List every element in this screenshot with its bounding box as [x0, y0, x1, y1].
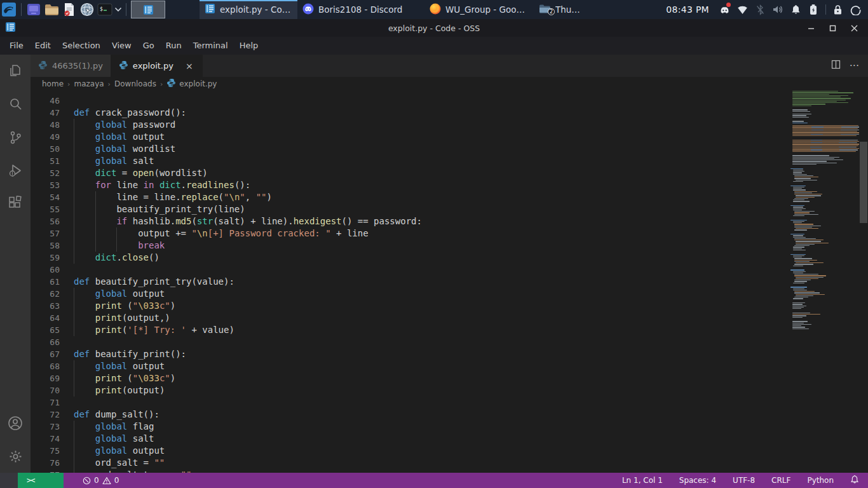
lock-screen-icon[interactable] [829, 1, 846, 18]
web-browser-icon[interactable] [78, 1, 96, 18]
code-line-text: print ("\033c") [74, 372, 175, 384]
indent-guide [74, 167, 74, 179]
menu-view[interactable]: View [106, 39, 137, 53]
code-line: 64 print(output,) [31, 312, 788, 324]
split-editor-icon[interactable] [831, 60, 841, 72]
code-line: 77 ord_salt_temp = "" [31, 469, 788, 473]
more-actions-icon[interactable]: ··· [850, 60, 859, 72]
breadcrumb-item-file[interactable]: exploit.py [166, 78, 217, 90]
breadcrumb-separator-icon: › [65, 80, 72, 88]
minimap-line [793, 250, 806, 250]
indent-guide [74, 215, 74, 227]
minimize-button[interactable] [802, 21, 820, 35]
volume-icon[interactable] [769, 1, 787, 18]
minimap-line [794, 227, 812, 227]
menu-selection[interactable]: Selection [57, 39, 106, 53]
vertical-scrollbar[interactable] [859, 91, 868, 473]
account-icon[interactable] [0, 407, 31, 440]
code-line-text: global password [74, 119, 175, 131]
settings-icon[interactable] [0, 440, 31, 473]
taskbar-tray-area: 08:43 PM [666, 0, 868, 19]
file-manager-icon[interactable] [43, 1, 60, 18]
code-line: 53 for line in dict.readlines(): [31, 179, 788, 191]
minimap-line [792, 92, 853, 93]
kali-menu-icon[interactable] [0, 1, 18, 18]
taskbar-window-label: WU_Group - Google ... [445, 4, 529, 15]
debug-icon[interactable] [0, 154, 31, 187]
breadcrumb-item[interactable]: Downloads [114, 79, 156, 88]
taskbar-window-discord[interactable]: Boris2108 - Discord [297, 0, 424, 19]
code-area[interactable]: 46 47def crack_password():48 global pass… [31, 91, 788, 473]
status-cursor-position[interactable]: Ln 1, Col 1 [622, 476, 663, 485]
indent-guide [74, 252, 74, 264]
status-eol[interactable]: CRLF [771, 476, 790, 485]
remote-indicator[interactable]: >< [18, 473, 64, 488]
close-button[interactable] [845, 21, 863, 35]
tab-exploit.py[interactable]: exploit.py× [111, 55, 203, 77]
search-icon[interactable] [0, 88, 31, 121]
minimap-line [793, 283, 804, 283]
tab-46635(1).py[interactable]: 46635(1).py [31, 55, 111, 77]
status-language-mode[interactable]: Python [807, 476, 834, 485]
notifications-bell-icon[interactable] [850, 475, 859, 486]
terminal-menu-caret-icon[interactable] [114, 1, 123, 18]
indent-guide [74, 155, 74, 167]
menu-help[interactable]: Help [234, 39, 264, 53]
indent-guide [74, 143, 74, 155]
code-line: 49 global output [31, 131, 788, 143]
minimap[interactable] [788, 91, 859, 473]
minimap-line [792, 117, 809, 118]
scrollbar-thumb[interactable] [860, 142, 867, 223]
maximize-button[interactable] [824, 21, 841, 35]
taskbar-window-thunar[interactable]: 2Thunar [534, 0, 587, 19]
menu-edit[interactable]: Edit [29, 39, 57, 53]
taskbar-window-firefox[interactable]: WU_Group - Google ... [424, 0, 534, 19]
minimap-line [792, 91, 838, 92]
minimap-line [794, 177, 818, 177]
minimap-line [790, 254, 806, 255]
minimap-line [792, 134, 859, 135]
code-line-text: break [74, 240, 165, 252]
minimap-line [793, 208, 806, 209]
line-number: 54 [31, 191, 74, 203]
code-line: 70 print(output) [31, 384, 788, 396]
wifi-icon[interactable] [733, 1, 751, 18]
breadcrumb-item[interactable]: home [42, 79, 64, 88]
system-tray [715, 1, 864, 18]
notifications-icon[interactable] [787, 1, 804, 18]
taskbar-window-vscode[interactable]: exploit.py - Code - O... [200, 0, 297, 19]
desktop-settings-icon[interactable] [25, 1, 43, 18]
code-line-text [74, 264, 79, 276]
python-file-icon [38, 60, 48, 72]
problems-status[interactable]: 0 0 [83, 476, 119, 485]
discord-tray-icon[interactable] [715, 1, 733, 18]
minimap-line [794, 238, 816, 239]
menu-go[interactable]: Go [137, 39, 160, 53]
menu-terminal[interactable]: Terminal [187, 39, 234, 53]
code-line: 56 if hashlib.md5(str(salt) + line).hexd… [31, 215, 788, 227]
terminal-icon[interactable]: $ [96, 1, 114, 18]
close-tab-icon[interactable]: × [184, 61, 194, 71]
battery-icon[interactable] [804, 1, 822, 18]
code-editor[interactable]: 46 47def crack_password():48 global pass… [31, 91, 868, 473]
status-indentation[interactable]: Spaces: 4 [679, 476, 716, 485]
indent-guide [116, 240, 117, 252]
tab-label: 46635(1).py [52, 61, 103, 71]
clock[interactable]: 08:43 PM [666, 4, 709, 15]
menu-run[interactable]: Run [160, 39, 187, 53]
extensions-icon[interactable] [0, 187, 31, 220]
text-editor-icon[interactable] [60, 1, 78, 18]
line-number: 56 [31, 215, 74, 227]
minimap-line [792, 94, 829, 95]
minimap-line [792, 307, 804, 308]
focused-window-indicator[interactable] [131, 1, 165, 18]
status-encoding[interactable]: UTF-8 [733, 476, 755, 485]
breadcrumb-item[interactable]: mazaya [74, 79, 104, 88]
scm-icon[interactable] [0, 121, 31, 154]
explorer-icon[interactable] [0, 55, 31, 88]
power-icon[interactable] [846, 1, 864, 18]
code-line-text: output += "\n[+] Password cracked: " + l… [74, 227, 369, 240]
minimap-line [792, 151, 856, 152]
menu-file[interactable]: File [4, 39, 29, 53]
bluetooth-off-icon[interactable] [751, 1, 769, 18]
